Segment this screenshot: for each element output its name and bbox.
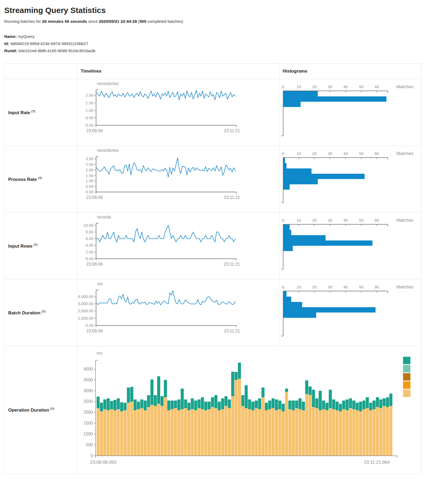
svg-text:1000: 1000: [83, 432, 93, 436]
svg-text:40: 40: [343, 151, 348, 156]
input-rate-label: Input Rate: [8, 110, 30, 115]
operation-duration-help-icon[interactable]: (?): [51, 407, 54, 410]
svg-text:1.00: 1.00: [86, 108, 93, 113]
svg-text:20: 20: [312, 84, 317, 89]
subtitle-since: since: [87, 19, 99, 24]
svg-text:2.00: 2.00: [86, 250, 93, 254]
svg-text:#batches: #batches: [396, 285, 413, 289]
legend-swatch-dark-orange: [403, 373, 410, 381]
operation-duration-stacked-chart: ms4000350030002500200015001000500023:06:…: [78, 350, 420, 468]
id-label: Id:: [4, 41, 9, 46]
svg-text:0: 0: [282, 285, 284, 289]
svg-text:10: 10: [297, 84, 301, 89]
streaming-query-statistics-page: Streaming Query Statistics Running batch…: [0, 0, 448, 479]
svg-text:0.50: 0.50: [86, 115, 93, 120]
svg-text:20: 20: [312, 285, 317, 289]
runid-value: 04e101e6-8bf8-4165-9099-9104c951ba3b: [18, 48, 95, 53]
svg-text:3.00: 3.00: [86, 157, 93, 161]
input-rate-row: Input Rate (?) records/sec2.001.501.000.…: [4, 79, 421, 146]
batch-duration-label: Batch Duration: [8, 310, 40, 315]
svg-text:60: 60: [375, 285, 379, 289]
input-rate-label-cell: Input Rate (?): [4, 79, 78, 146]
query-id-row: Id: 9d0dd219-995d-423e-b97d-36931110bb27: [4, 40, 444, 47]
page-title: Streaming Query Statistics: [4, 6, 444, 15]
svg-text:4,000.00: 4,000.00: [78, 294, 93, 299]
svg-text:0: 0: [90, 453, 93, 458]
process-rate-timeline-chart: records/sec3.002.502.001.501.000.500.002…: [78, 147, 247, 203]
svg-text:1.50: 1.50: [86, 173, 93, 178]
svg-text:50: 50: [359, 218, 364, 222]
svg-text:4.00: 4.00: [86, 243, 93, 247]
batch-duration-help-icon[interactable]: (?): [42, 310, 46, 313]
query-info: Name: myQuery Id: 9d0dd219-995d-423e-b97…: [4, 33, 444, 54]
runid-label: RunId:: [4, 48, 17, 53]
svg-text:0: 0: [282, 151, 284, 156]
svg-text:#batches: #batches: [396, 218, 413, 222]
svg-text:2.00: 2.00: [86, 168, 93, 172]
stats-table: Timelines Histograms Input Rate (?) reco…: [4, 63, 421, 474]
name-label: Name:: [4, 34, 17, 39]
svg-text:23:06:06.093: 23:06:06.093: [90, 460, 116, 465]
process-rate-label: Process Rate: [8, 177, 37, 182]
svg-text:500: 500: [86, 443, 93, 447]
svg-text:30: 30: [328, 84, 332, 89]
batch-duration-row: Batch Duration (?) ms4,000.003,000.002,0…: [4, 279, 421, 346]
query-name-row: Name: myQuery: [4, 33, 444, 40]
svg-text:3500: 3500: [83, 378, 93, 382]
svg-text:23:11:21: 23:11:21: [224, 329, 240, 333]
histograms-header: Histograms: [279, 64, 421, 79]
process-rate-label-cell: Process Rate (?): [4, 146, 78, 213]
svg-text:3,000.00: 3,000.00: [78, 301, 93, 306]
input-rows-timeline-chart: records10.008.006.004.002.000.0023:06:06…: [78, 214, 247, 270]
svg-text:0: 0: [282, 84, 284, 89]
input-rows-row: Input Rows (?) records10.008.006.004.002…: [4, 213, 421, 279]
timelines-header: Timelines: [78, 64, 279, 79]
start-timestamp: 2020/05/21 22:44:28: [99, 19, 137, 24]
svg-text:ms: ms: [97, 351, 102, 355]
legend-swatch-light-teal: [403, 365, 410, 372]
svg-text:23:11:21: 23:11:21: [224, 195, 240, 200]
svg-text:30: 30: [328, 285, 332, 289]
input-rows-histogram-chart: 0102030405060#batches: [279, 214, 420, 270]
svg-text:8.00: 8.00: [86, 230, 93, 234]
svg-text:60: 60: [375, 84, 379, 89]
svg-text:6.00: 6.00: [86, 236, 93, 241]
subtitle-paren: (: [137, 19, 139, 24]
svg-text:23:06:06: 23:06:06: [86, 195, 103, 200]
svg-text:records/sec: records/sec: [97, 148, 119, 153]
svg-text:23:11:21: 23:11:21: [224, 128, 240, 133]
input-rows-timeline-cell: records10.008.006.004.002.000.0023:06:06…: [78, 213, 279, 279]
svg-text:50: 50: [359, 84, 364, 89]
batch-duration-histogram-chart: 0102030405060#batches: [279, 280, 420, 337]
input-rate-histogram-cell: 0102030405060#batches: [279, 79, 421, 146]
input-rows-help-icon[interactable]: (?): [34, 243, 37, 246]
svg-text:0.00: 0.00: [86, 123, 93, 127]
svg-text:1.50: 1.50: [86, 101, 93, 105]
batch-duration-timeline-chart: ms4,000.003,000.002,000.001,000.000.0023…: [78, 280, 247, 337]
operation-duration-label: Operation Duration: [8, 408, 49, 413]
process-rate-histogram-chart: 0102030405060#batches: [279, 147, 420, 203]
process-rate-histogram-cell: 0102030405060#batches: [279, 146, 421, 213]
operation-duration-legend: [403, 357, 410, 398]
svg-text:records: records: [97, 215, 111, 219]
input-rate-timeline-chart: records/sec2.001.501.000.500.0023:06:062…: [78, 80, 247, 136]
process-rate-timeline-cell: records/sec3.002.502.001.501.000.500.002…: [78, 146, 279, 213]
process-rate-help-icon[interactable]: (?): [38, 176, 42, 180]
input-rate-timeline-cell: records/sec2.001.501.000.500.0023:06:062…: [78, 79, 279, 146]
process-rate-row: Process Rate (?) records/sec3.002.502.00…: [4, 146, 421, 213]
subtitle-suffix: completed batches): [146, 19, 183, 24]
operation-duration-row: Operation Duration (?) ms400035003000250…: [4, 346, 421, 474]
svg-text:#batches: #batches: [396, 84, 413, 89]
subtitle-prefix: Running batches for: [4, 19, 42, 24]
input-rows-label: Input Rows: [8, 243, 33, 248]
svg-text:2000: 2000: [83, 410, 93, 414]
svg-text:3000: 3000: [83, 389, 93, 393]
svg-text:1,000.00: 1,000.00: [78, 316, 93, 320]
name-value: myQuery: [18, 34, 35, 39]
svg-text:2.00: 2.00: [86, 93, 93, 97]
input-rate-help-icon[interactable]: (?): [31, 110, 35, 113]
svg-text:23:11:21.864: 23:11:21.864: [364, 460, 390, 465]
svg-text:30: 30: [328, 151, 332, 156]
svg-text:23:06:06: 23:06:06: [86, 262, 103, 266]
svg-text:1.00: 1.00: [86, 178, 93, 183]
